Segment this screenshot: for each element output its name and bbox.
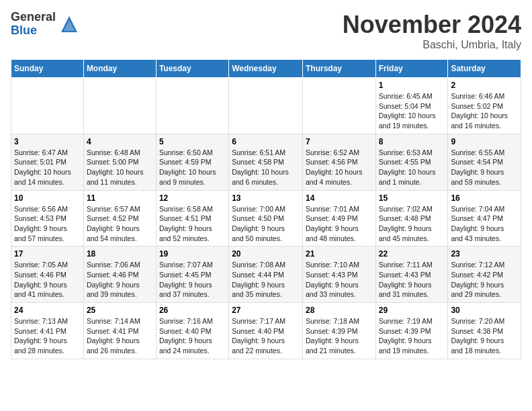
- calendar-cell: 17Sunrise: 7:05 AM Sunset: 4:46 PM Dayli…: [11, 246, 84, 303]
- calendar-cell: 14Sunrise: 7:01 AM Sunset: 4:49 PM Dayli…: [302, 190, 375, 246]
- calendar-cell: 25Sunrise: 7:14 AM Sunset: 4:41 PM Dayli…: [83, 303, 156, 359]
- calendar-cell: 13Sunrise: 7:00 AM Sunset: 4:50 PM Dayli…: [229, 190, 303, 246]
- calendar-cell: 19Sunrise: 7:07 AM Sunset: 4:45 PM Dayli…: [156, 246, 228, 303]
- logo: General Blue: [11, 11, 80, 38]
- day-number: 30: [451, 306, 518, 315]
- day-info: Sunrise: 6:52 AM Sunset: 4:56 PM Dayligh…: [306, 148, 373, 187]
- day-number: 5: [159, 137, 226, 146]
- calendar-cell: [156, 78, 228, 134]
- day-info: Sunrise: 6:58 AM Sunset: 4:51 PM Dayligh…: [159, 204, 226, 244]
- day-info: Sunrise: 6:55 AM Sunset: 4:54 PM Dayligh…: [451, 148, 518, 187]
- calendar-cell: 16Sunrise: 7:04 AM Sunset: 4:47 PM Dayli…: [448, 190, 521, 246]
- weekday-header: Monday: [83, 60, 156, 78]
- weekday-header: Friday: [375, 60, 448, 78]
- calendar-cell: 7Sunrise: 6:52 AM Sunset: 4:56 PM Daylig…: [302, 134, 375, 190]
- calendar-cell: 27Sunrise: 7:17 AM Sunset: 4:40 PM Dayli…: [229, 303, 303, 359]
- day-info: Sunrise: 6:47 AM Sunset: 5:01 PM Dayligh…: [14, 148, 81, 187]
- calendar-cell: 26Sunrise: 7:16 AM Sunset: 4:40 PM Dayli…: [156, 303, 228, 359]
- calendar-cell: 10Sunrise: 6:56 AM Sunset: 4:53 PM Dayli…: [11, 190, 84, 246]
- page: General Blue November 2024 Baschi, Umbri…: [0, 0, 532, 370]
- weekday-header: Wednesday: [229, 60, 303, 78]
- day-number: 14: [306, 193, 373, 203]
- calendar-cell: 22Sunrise: 7:11 AM Sunset: 4:43 PM Dayli…: [375, 246, 448, 303]
- day-info: Sunrise: 7:13 AM Sunset: 4:41 PM Dayligh…: [14, 316, 81, 356]
- day-info: Sunrise: 6:53 AM Sunset: 4:55 PM Dayligh…: [379, 148, 445, 187]
- day-info: Sunrise: 7:17 AM Sunset: 4:40 PM Dayligh…: [232, 316, 300, 356]
- day-info: Sunrise: 6:56 AM Sunset: 4:53 PM Dayligh…: [14, 204, 81, 244]
- weekday-header: Thursday: [302, 60, 375, 78]
- calendar-week-row: 3Sunrise: 6:47 AM Sunset: 5:01 PM Daylig…: [11, 134, 521, 190]
- weekday-header: Tuesday: [156, 60, 228, 78]
- calendar-cell: 1Sunrise: 6:45 AM Sunset: 5:04 PM Daylig…: [375, 78, 448, 134]
- logo-blue: Blue: [11, 24, 37, 37]
- day-info: Sunrise: 6:46 AM Sunset: 5:02 PM Dayligh…: [451, 91, 518, 131]
- day-number: 23: [451, 249, 518, 259]
- day-number: 26: [159, 306, 226, 315]
- calendar-week-row: 10Sunrise: 6:56 AM Sunset: 4:53 PM Dayli…: [11, 190, 521, 246]
- day-number: 12: [159, 193, 226, 203]
- day-number: 24: [14, 306, 81, 315]
- logo-general: General: [11, 10, 56, 24]
- header: General Blue November 2024 Baschi, Umbri…: [11, 11, 521, 51]
- calendar-cell: [83, 78, 156, 134]
- weekday-header: Saturday: [448, 60, 521, 78]
- day-info: Sunrise: 7:19 AM Sunset: 4:39 PM Dayligh…: [379, 316, 445, 356]
- day-info: Sunrise: 7:20 AM Sunset: 4:38 PM Dayligh…: [451, 316, 518, 356]
- day-info: Sunrise: 6:48 AM Sunset: 5:00 PM Dayligh…: [87, 148, 153, 187]
- day-number: 29: [379, 306, 445, 315]
- day-number: 21: [306, 249, 373, 259]
- calendar-cell: 21Sunrise: 7:10 AM Sunset: 4:43 PM Dayli…: [302, 246, 375, 303]
- calendar-cell: 5Sunrise: 6:50 AM Sunset: 4:59 PM Daylig…: [156, 134, 228, 190]
- weekday-header: Sunday: [11, 60, 84, 78]
- day-number: 20: [232, 249, 300, 259]
- title-block: November 2024 Baschi, Umbria, Italy: [343, 11, 521, 51]
- day-info: Sunrise: 7:11 AM Sunset: 4:43 PM Dayligh…: [379, 260, 445, 300]
- day-number: 1: [379, 81, 445, 90]
- day-number: 4: [87, 137, 153, 146]
- day-info: Sunrise: 7:12 AM Sunset: 4:42 PM Dayligh…: [451, 260, 518, 300]
- calendar-week-row: 1Sunrise: 6:45 AM Sunset: 5:04 PM Daylig…: [11, 78, 521, 134]
- day-number: 25: [87, 306, 153, 315]
- day-info: Sunrise: 7:14 AM Sunset: 4:41 PM Dayligh…: [87, 316, 153, 356]
- day-number: 3: [14, 137, 81, 146]
- day-number: 19: [159, 249, 226, 259]
- calendar-cell: 3Sunrise: 6:47 AM Sunset: 5:01 PM Daylig…: [11, 134, 84, 190]
- day-number: 8: [379, 137, 445, 146]
- calendar-cell: 23Sunrise: 7:12 AM Sunset: 4:42 PM Dayli…: [448, 246, 521, 303]
- day-number: 16: [451, 193, 518, 203]
- calendar-cell: [11, 78, 84, 134]
- day-info: Sunrise: 7:06 AM Sunset: 4:46 PM Dayligh…: [87, 260, 153, 300]
- day-info: Sunrise: 7:07 AM Sunset: 4:45 PM Dayligh…: [159, 260, 226, 300]
- day-info: Sunrise: 6:50 AM Sunset: 4:59 PM Dayligh…: [159, 148, 226, 187]
- day-info: Sunrise: 7:16 AM Sunset: 4:40 PM Dayligh…: [159, 316, 226, 356]
- day-number: 18: [87, 249, 153, 259]
- calendar-cell: 28Sunrise: 7:18 AM Sunset: 4:39 PM Dayli…: [302, 303, 375, 359]
- calendar-cell: 18Sunrise: 7:06 AM Sunset: 4:46 PM Dayli…: [83, 246, 156, 303]
- calendar-cell: 9Sunrise: 6:55 AM Sunset: 4:54 PM Daylig…: [448, 134, 521, 190]
- day-info: Sunrise: 7:10 AM Sunset: 4:43 PM Dayligh…: [306, 260, 373, 300]
- calendar-cell: 30Sunrise: 7:20 AM Sunset: 4:38 PM Dayli…: [448, 303, 521, 359]
- day-number: 2: [451, 81, 518, 90]
- day-info: Sunrise: 7:18 AM Sunset: 4:39 PM Dayligh…: [306, 316, 373, 356]
- calendar-week-row: 24Sunrise: 7:13 AM Sunset: 4:41 PM Dayli…: [11, 303, 521, 359]
- day-info: Sunrise: 7:02 AM Sunset: 4:48 PM Dayligh…: [379, 204, 445, 244]
- day-info: Sunrise: 7:04 AM Sunset: 4:47 PM Dayligh…: [451, 204, 518, 244]
- calendar-cell: [302, 78, 375, 134]
- day-info: Sunrise: 7:00 AM Sunset: 4:50 PM Dayligh…: [232, 204, 300, 244]
- day-info: Sunrise: 6:45 AM Sunset: 5:04 PM Dayligh…: [379, 91, 445, 131]
- calendar-cell: 8Sunrise: 6:53 AM Sunset: 4:55 PM Daylig…: [375, 134, 448, 190]
- day-info: Sunrise: 7:05 AM Sunset: 4:46 PM Dayligh…: [14, 260, 81, 300]
- month-title: November 2024: [343, 11, 521, 39]
- calendar-table: SundayMondayTuesdayWednesdayThursdayFrid…: [11, 59, 521, 359]
- day-info: Sunrise: 7:08 AM Sunset: 4:44 PM Dayligh…: [232, 260, 300, 300]
- day-info: Sunrise: 6:51 AM Sunset: 4:58 PM Dayligh…: [232, 148, 300, 187]
- day-number: 7: [306, 137, 373, 146]
- calendar-cell: 15Sunrise: 7:02 AM Sunset: 4:48 PM Dayli…: [375, 190, 448, 246]
- day-number: 10: [14, 193, 81, 203]
- calendar-cell: 11Sunrise: 6:57 AM Sunset: 4:52 PM Dayli…: [83, 190, 156, 246]
- calendar-cell: [229, 78, 303, 134]
- day-number: 22: [379, 249, 445, 259]
- day-number: 9: [451, 137, 518, 146]
- calendar-header-row: SundayMondayTuesdayWednesdayThursdayFrid…: [11, 60, 521, 78]
- calendar-cell: 20Sunrise: 7:08 AM Sunset: 4:44 PM Dayli…: [229, 246, 303, 303]
